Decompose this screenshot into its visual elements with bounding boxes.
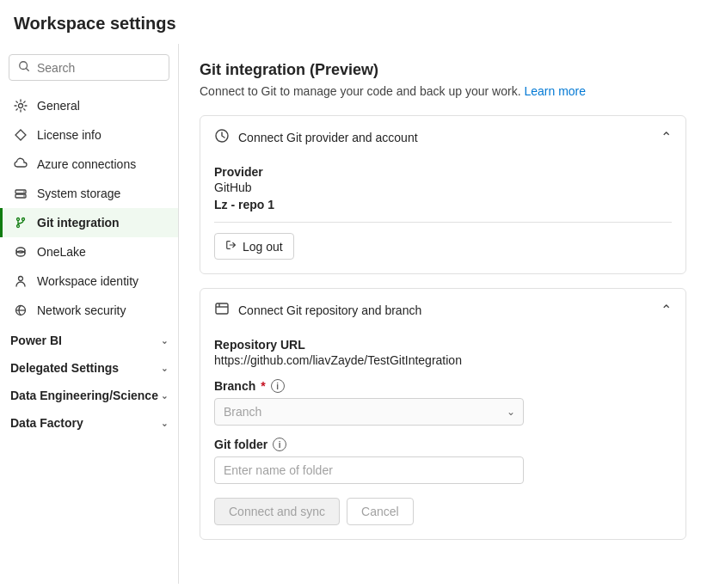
svg-point-2 <box>19 104 23 108</box>
storage-icon <box>13 186 28 201</box>
provider-label: Provider <box>214 165 672 179</box>
nav-section-label: Data Engineering/Science <box>10 389 158 402</box>
git-repo-card-body: Repository URL https://github.com/liavZa… <box>200 338 685 539</box>
onelake-icon <box>13 244 28 260</box>
search-input[interactable] <box>37 61 160 75</box>
svg-point-7 <box>17 218 20 221</box>
main-subtitle: Connect to Git to manage your code and b… <box>200 84 686 98</box>
git-icon <box>13 215 28 230</box>
page-title: Workspace settings <box>0 0 707 44</box>
logout-label: Log out <box>243 240 283 254</box>
svg-rect-15 <box>216 303 228 314</box>
repo-url-row: Repository URL https://github.com/liavZa… <box>214 338 672 367</box>
search-icon <box>18 60 30 75</box>
gear-icon <box>13 98 28 113</box>
sidebar-item-label: Workspace identity <box>37 274 138 288</box>
nav-section-power-bi[interactable]: Power BI ⌄ <box>0 325 178 352</box>
svg-point-12 <box>19 277 23 281</box>
connect-provider-icon <box>214 128 230 146</box>
svg-point-11 <box>16 248 25 253</box>
network-icon <box>13 303 28 318</box>
sidebar-item-workspace-identity[interactable]: Workspace identity <box>0 266 178 296</box>
svg-point-6 <box>23 195 25 197</box>
nav-section-data-factory[interactable]: Data Factory ⌄ <box>0 407 178 435</box>
chevron-down-icon: ⌄ <box>161 364 168 373</box>
branch-select-wrapper: Branch ⌄ <box>214 398 524 426</box>
branch-required: * <box>261 379 265 393</box>
sidebar-item-system-storage[interactable]: System storage <box>0 179 178 208</box>
git-folder-label: Git folder i <box>214 438 672 451</box>
sidebar-item-azure-connections[interactable]: Azure connections <box>0 150 178 179</box>
sidebar-item-network-security[interactable]: Network security <box>0 296 178 325</box>
branch-info-icon: i <box>271 379 285 393</box>
connect-sync-button[interactable]: Connect and sync <box>214 498 340 525</box>
diamond-icon <box>13 127 28 143</box>
repo-url-label: Repository URL <box>214 338 672 352</box>
branch-label: Branch * i <box>214 379 672 393</box>
learn-more-link[interactable]: Learn more <box>524 84 586 98</box>
git-provider-card-header[interactable]: Connect Git provider and account ⌃ <box>200 116 685 158</box>
collapse-card1-button[interactable]: ⌃ <box>661 129 672 145</box>
git-repo-card-header[interactable]: Connect Git repository and branch ⌃ <box>200 289 685 331</box>
cloud-icon <box>13 156 28 172</box>
main-content: Git integration (Preview) Connect to Git… <box>179 44 707 584</box>
provider-value: GitHub <box>214 181 672 194</box>
git-folder-row: Git folder i <box>214 438 672 484</box>
git-folder-input[interactable] <box>214 456 524 484</box>
sidebar-item-label: License info <box>37 128 101 142</box>
repo-url-value: https://github.com/liavZayde/TestGitInte… <box>214 353 672 367</box>
sidebar-item-label: Azure connections <box>37 157 136 171</box>
git-provider-card: Connect Git provider and account ⌃ Provi… <box>200 115 686 274</box>
svg-point-5 <box>23 191 25 193</box>
sidebar-item-label: General <box>37 99 80 113</box>
identity-icon <box>13 273 28 289</box>
git-provider-card-body: Provider GitHub Lz - repo 1 Log out <box>200 165 685 273</box>
action-row: Connect and sync Cancel <box>214 498 672 525</box>
sidebar: General License info Azure connections S… <box>0 44 179 584</box>
chevron-down-icon: ⌄ <box>161 419 168 428</box>
search-box[interactable] <box>9 54 169 81</box>
branch-row: Branch * i Branch ⌄ <box>214 379 672 426</box>
sidebar-item-label: Network security <box>37 303 126 317</box>
branch-select[interactable]: Branch <box>214 398 524 426</box>
logout-button[interactable]: Log out <box>214 233 294 260</box>
logout-icon <box>225 239 237 254</box>
git-folder-info-icon: i <box>273 438 286 451</box>
nav-section-data-engineering[interactable]: Data Engineering/Science ⌄ <box>0 380 178 407</box>
sidebar-item-label: Git integration <box>37 216 120 230</box>
repo-label-value: Lz - repo 1 <box>214 198 672 211</box>
nav-section-delegated-settings[interactable]: Delegated Settings ⌄ <box>0 352 178 380</box>
cancel-button[interactable]: Cancel <box>347 498 414 525</box>
repo-icon <box>214 301 230 319</box>
nav-section-label: Power BI <box>10 334 62 347</box>
nav-section-label: Delegated Settings <box>10 361 119 375</box>
sidebar-item-general[interactable]: General <box>0 91 178 120</box>
sidebar-item-onelake[interactable]: OneLake <box>0 237 178 266</box>
nav-section-label: Data Factory <box>10 416 83 430</box>
sidebar-item-label: OneLake <box>37 245 86 259</box>
git-repo-card: Connect Git repository and branch ⌃ Repo… <box>200 288 686 540</box>
chevron-down-icon: ⌄ <box>161 391 168 401</box>
git-provider-card-title: Connect Git provider and account <box>238 131 418 144</box>
card-header-left: Connect Git provider and account <box>214 128 418 146</box>
svg-line-1 <box>26 68 28 70</box>
main-title: Git integration (Preview) <box>200 61 686 79</box>
card-divider <box>214 222 672 223</box>
card-header-left: Connect Git repository and branch <box>214 301 421 319</box>
sidebar-item-git-integration[interactable]: Git integration <box>0 208 178 237</box>
chevron-down-icon: ⌄ <box>161 336 168 346</box>
svg-point-9 <box>17 225 20 228</box>
sidebar-item-label: System storage <box>37 187 120 200</box>
svg-point-8 <box>22 218 25 221</box>
collapse-card2-button[interactable]: ⌃ <box>661 302 672 318</box>
git-repo-card-title: Connect Git repository and branch <box>238 303 421 317</box>
sidebar-item-license-info[interactable]: License info <box>0 120 178 150</box>
